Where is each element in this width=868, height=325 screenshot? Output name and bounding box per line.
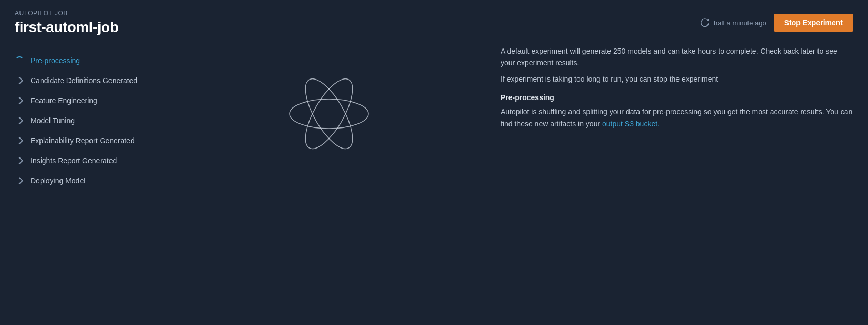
header-left: AUTOPILOT JOB first-automl-job [15, 9, 118, 36]
info-section-body: Autopilot is shuffling and splitting you… [501, 106, 853, 130]
info-section-body-text: Autopilot is shuffling and splitting you… [501, 107, 852, 127]
step-label-model-tuning: Model Tuning [31, 116, 75, 125]
step-label-pre-processing: Pre-processing [31, 56, 80, 65]
step-pre-processing[interactable]: Pre-processing [15, 51, 162, 71]
stop-experiment-button[interactable]: Stop Experiment [774, 14, 853, 32]
refresh-icon[interactable] [700, 18, 710, 27]
center-panel [173, 40, 485, 310]
chevron-icon-deploying [15, 176, 24, 185]
atom-animation [271, 56, 387, 172]
step-label-insights-report: Insights Report Generated [31, 156, 117, 165]
steps-panel: Pre-processing Candidate Definitions Gen… [15, 40, 173, 310]
header-right: half a minute ago Stop Experiment [700, 14, 853, 32]
info-section-title: Pre-processing [501, 93, 853, 102]
info-panel: A default experiment will generate 250 m… [485, 40, 853, 310]
step-label-deploying-model: Deploying Model [31, 176, 85, 185]
step-candidate-definitions[interactable]: Candidate Definitions Generated [15, 71, 162, 91]
chevron-icon-model-tuning [15, 116, 24, 125]
step-explainability-report[interactable]: Explainability Report Generated [15, 131, 162, 151]
autopilot-label: AUTOPILOT JOB [15, 9, 118, 17]
animation-area [173, 40, 485, 188]
chevron-icon-explainability [15, 136, 24, 145]
info-description-line1: A default experiment will generate 250 m… [501, 45, 853, 69]
spinner-icon [15, 56, 24, 65]
chevron-icon-candidate [15, 76, 24, 85]
refresh-area: half a minute ago [700, 18, 766, 27]
info-description-line2: If experiment is taking too long to run,… [501, 73, 853, 85]
step-label-feature-engineering: Feature Engineering [31, 96, 97, 105]
header: AUTOPILOT JOB first-automl-job half a mi… [0, 0, 868, 40]
page-wrapper: AUTOPILOT JOB first-automl-job half a mi… [0, 0, 868, 325]
step-label-candidate-definitions: Candidate Definitions Generated [31, 76, 137, 85]
main-content: Pre-processing Candidate Definitions Gen… [0, 40, 868, 325]
step-deploying-model[interactable]: Deploying Model [15, 171, 162, 191]
svg-point-0 [290, 99, 368, 129]
step-label-explainability-report: Explainability Report Generated [31, 136, 135, 145]
step-insights-report[interactable]: Insights Report Generated [15, 151, 162, 171]
step-model-tuning[interactable]: Model Tuning [15, 111, 162, 131]
step-feature-engineering[interactable]: Feature Engineering [15, 91, 162, 111]
job-title: first-automl-job [15, 19, 118, 36]
chevron-icon-feature [15, 96, 24, 105]
refresh-time: half a minute ago [714, 19, 766, 27]
chevron-icon-insights [15, 156, 24, 165]
output-s3-link[interactable]: output S3 bucket. [602, 120, 660, 128]
